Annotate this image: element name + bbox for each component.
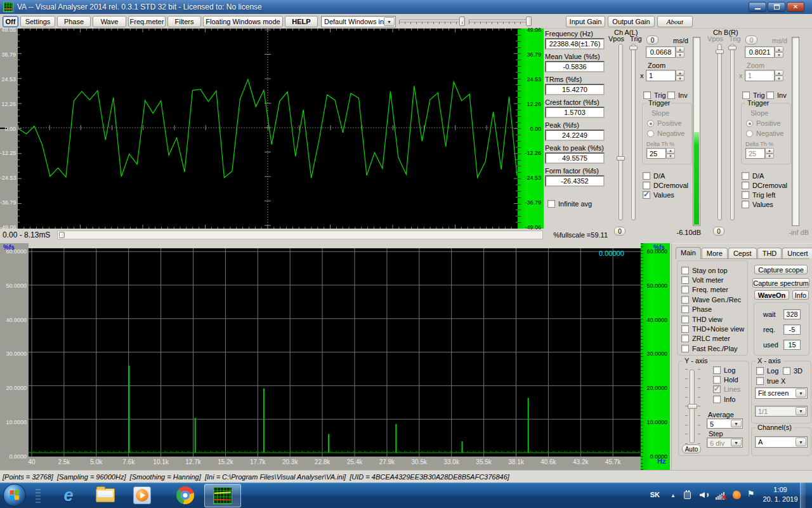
x-log-checkbox[interactable]: Log bbox=[756, 367, 778, 375]
channel-b-zoom-spinner[interactable] bbox=[775, 70, 783, 81]
safely-remove-icon[interactable] bbox=[683, 490, 693, 500]
channel-b-slope-negative[interactable]: Negative bbox=[746, 130, 783, 137]
channel-a-delta-spinner[interactable] bbox=[666, 148, 675, 159]
panel-tab[interactable]: THD bbox=[757, 248, 782, 258]
check-icon[interactable] bbox=[681, 325, 689, 333]
channel-b-zoom-value[interactable]: 1 bbox=[745, 70, 775, 81]
wait-value[interactable]: 328 bbox=[783, 309, 801, 319]
check-icon[interactable] bbox=[681, 296, 689, 304]
file-explorer-icon[interactable] bbox=[95, 485, 115, 505]
main-option-checkbox[interactable]: Fast Rec./Play bbox=[681, 344, 744, 353]
language-indicator[interactable]: SK bbox=[650, 491, 660, 498]
wave-button[interactable]: Wave bbox=[93, 16, 126, 27]
scope-scrollbar-thumb[interactable] bbox=[59, 232, 65, 238]
check-icon[interactable] bbox=[681, 316, 689, 323]
channel-b-vpos-slider[interactable] bbox=[717, 44, 722, 220]
channel-b-trig-checkbox[interactable]: Trig bbox=[742, 91, 765, 99]
y-scale-slider-thumb[interactable] bbox=[688, 404, 697, 409]
channel-select[interactable]: A bbox=[755, 436, 808, 448]
filters-button[interactable]: Filters bbox=[167, 16, 201, 27]
used-value[interactable]: 15 bbox=[783, 340, 801, 350]
check-icon[interactable] bbox=[713, 385, 721, 393]
channel-a-vpos-slider[interactable] bbox=[619, 44, 623, 220]
start-button[interactable] bbox=[3, 484, 26, 507]
panel-tab[interactable]: Main bbox=[676, 247, 701, 259]
minimize-button[interactable] bbox=[749, 2, 766, 12]
internet-explorer-icon[interactable]: e bbox=[58, 485, 79, 505]
check-icon[interactable] bbox=[713, 366, 721, 374]
channel-a-option-checkbox[interactable]: Values bbox=[643, 190, 688, 199]
channel-a-trig-thumb[interactable] bbox=[629, 46, 638, 50]
panel-tab[interactable]: Uncert bbox=[782, 248, 812, 258]
channel-a-zoom-spinner[interactable] bbox=[676, 70, 684, 81]
check-icon[interactable] bbox=[713, 376, 721, 384]
panel-tab[interactable]: Cepst bbox=[728, 248, 757, 258]
main-option-checkbox[interactable]: THD view bbox=[681, 314, 744, 324]
visual-analyser-taskbar-button[interactable] bbox=[204, 484, 241, 507]
show-hidden-icons-icon[interactable]: ▲ bbox=[671, 493, 676, 498]
channel-b-vpos-thumb[interactable] bbox=[716, 50, 724, 54]
panel-tab[interactable]: More bbox=[702, 248, 728, 258]
main-option-checkbox[interactable]: Freq. meter bbox=[681, 285, 744, 295]
off-button[interactable]: Off bbox=[3, 16, 18, 27]
radio-icon[interactable] bbox=[647, 120, 654, 127]
ratio-select[interactable]: 1/1 bbox=[755, 406, 808, 417]
channel-a-trig-slider[interactable] bbox=[631, 44, 636, 220]
check-icon[interactable] bbox=[681, 286, 689, 293]
check-icon[interactable] bbox=[681, 305, 689, 313]
clock[interactable]: 1:09 20. 1. 2019 bbox=[760, 485, 801, 504]
main-option-checkbox[interactable]: Volt meter bbox=[681, 275, 744, 284]
channel-a-msd-spinner[interactable] bbox=[676, 46, 684, 58]
radio-icon[interactable] bbox=[746, 120, 753, 127]
show-desktop-button[interactable] bbox=[800, 483, 806, 508]
check-icon[interactable] bbox=[742, 191, 749, 199]
check-icon[interactable] bbox=[742, 182, 749, 189]
channel-a-option-checkbox[interactable]: DCremoval bbox=[643, 180, 688, 190]
channel-b-option-checkbox[interactable]: Values bbox=[742, 199, 787, 209]
channel-b-inv-check-icon[interactable] bbox=[766, 91, 774, 99]
check-icon[interactable] bbox=[681, 276, 689, 284]
channel-b-msd-value[interactable]: 0.8021 bbox=[745, 46, 775, 58]
channel-a-zero-button[interactable]: 0 bbox=[614, 227, 625, 236]
channel-b-zero-button[interactable]: 0 bbox=[713, 227, 724, 236]
channel-a-msd-value[interactable]: 0.0668 bbox=[646, 46, 676, 58]
channel-a-inv-checkbox[interactable]: Inv bbox=[667, 91, 688, 99]
radio-icon[interactable] bbox=[647, 130, 654, 137]
channel-a-slope-positive[interactable]: Positive bbox=[647, 119, 682, 127]
y-axis-checkbox[interactable]: Lines bbox=[713, 385, 740, 394]
channel-b-trig-thumb[interactable] bbox=[728, 46, 737, 50]
y-axis-checkbox[interactable]: Log bbox=[713, 365, 740, 375]
y-axis-checkbox[interactable]: Info bbox=[713, 394, 740, 404]
channel-b-slope-positive[interactable]: Positive bbox=[746, 119, 781, 127]
capture-spectrum-button[interactable]: Capture spectrum bbox=[752, 278, 809, 288]
main-option-checkbox[interactable]: ZRLC meter bbox=[681, 334, 744, 344]
channel-b-msd-spinner[interactable] bbox=[775, 46, 783, 58]
channel-a-inv-check-icon[interactable] bbox=[667, 91, 675, 99]
channel-b-delta-spinner[interactable] bbox=[765, 148, 774, 159]
capture-scope-button[interactable]: Capture scope bbox=[754, 265, 808, 274]
fit-screen-select[interactable]: Fit screen bbox=[755, 387, 808, 399]
channel-b-trig-slider[interactable] bbox=[730, 44, 735, 220]
main-option-checkbox[interactable]: Stay on top bbox=[681, 265, 744, 275]
check-icon[interactable] bbox=[681, 267, 689, 274]
antivirus-icon[interactable] bbox=[732, 490, 742, 500]
channel-a-vpos-thumb[interactable] bbox=[617, 156, 625, 161]
main-option-checkbox[interactable]: Phase bbox=[681, 305, 744, 314]
input-device-select[interactable]: Default Windows inp bbox=[321, 16, 396, 27]
check-icon[interactable] bbox=[643, 191, 650, 199]
req-value[interactable]: -5 bbox=[783, 324, 801, 335]
chrome-icon[interactable] bbox=[175, 485, 195, 505]
y-scale-slider[interactable] bbox=[690, 370, 695, 443]
channel-a-option-checkbox[interactable]: D/A bbox=[643, 171, 688, 180]
channel-a-delta-value[interactable]: 25 bbox=[646, 148, 666, 159]
settings-button[interactable]: Settings bbox=[20, 16, 55, 27]
freq-meter-button[interactable]: Freq.meter bbox=[128, 16, 166, 27]
average-select[interactable]: 5 bbox=[707, 418, 743, 429]
channel-a-trig-checkbox[interactable]: Trig bbox=[643, 91, 666, 99]
help-button[interactable]: HELP bbox=[285, 16, 318, 27]
infinite-avg-checkbox[interactable]: Infinite avg bbox=[547, 200, 592, 208]
x-truex-checkbox[interactable]: true X bbox=[756, 377, 785, 385]
action-center-flag-icon[interactable]: ⚑ bbox=[747, 489, 757, 499]
main-option-checkbox[interactable]: THD+Noise view bbox=[681, 324, 744, 333]
x-3d-checkbox[interactable]: 3D bbox=[783, 367, 802, 375]
